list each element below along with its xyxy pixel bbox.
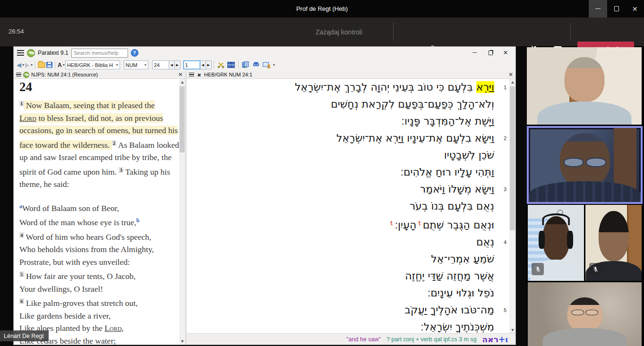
njps-text-line: Word of the man whose eye is true,b xyxy=(19,214,172,229)
parsing-status-bar: "and he saw" ? part conj + verb qal ipf.… xyxy=(187,333,515,345)
hebrew-text-line: שֹׁכֵן לִשְׁבָטָיו xyxy=(187,147,509,164)
text-segment: As Balaam looked xyxy=(116,140,179,150)
scroll-down-arrow[interactable] xyxy=(509,327,515,333)
paratext-restore-button[interactable] xyxy=(482,47,498,59)
njps-text-area: 24 1 Now Balaam, seeing that it pleased … xyxy=(14,79,179,345)
chapter-next-button[interactable]: ▶ xyxy=(175,60,180,69)
njps-text-line: theme, he said: xyxy=(19,178,172,191)
hebrew-text-line: נְאֻם בִּלְעָם בְּנוֹ בְעֹר xyxy=(187,198,509,215)
request-control-button[interactable]: Zażądaj kontroli xyxy=(316,28,362,36)
minimize-button[interactable] xyxy=(589,0,607,17)
pane-close-button[interactable]: ✕ xyxy=(178,71,183,78)
participant-video-2[interactable] xyxy=(527,126,643,204)
text-segment: theme, he said: xyxy=(19,179,69,189)
participant-silhouette xyxy=(598,211,628,261)
menu-search-input[interactable] xyxy=(71,49,128,58)
text-segment: Lord xyxy=(19,113,36,123)
pane-close-button[interactable]: ✕ xyxy=(508,71,513,78)
text-segment: to bless Israel, did not, as on previous xyxy=(36,113,163,123)
book-selector[interactable]: NUM▾ xyxy=(124,60,148,69)
text-segment: , xyxy=(121,323,123,333)
scroll-up-arrow[interactable] xyxy=(509,79,515,85)
scroll-up-arrow[interactable] xyxy=(179,79,185,85)
verse-number-gutter: 2 xyxy=(504,130,507,147)
hebrew-text-area: 1וַיַּרְא בִּלְעָם כִּי טוֹב בְּעֵינֵי י… xyxy=(187,79,509,333)
pane-menu-icon[interactable] xyxy=(16,73,21,77)
participant-silhouette xyxy=(564,57,604,102)
verse-next-button[interactable]: ▶ xyxy=(206,60,212,69)
paratext-menu-icon[interactable] xyxy=(17,50,24,56)
text-segment: 2 xyxy=(112,140,117,146)
participant-silhouette xyxy=(537,101,631,125)
text-segment: Now Balaam, seeing that it pleased the xyxy=(24,101,155,110)
scrollbar-thumb[interactable] xyxy=(180,86,185,152)
gloss-text: "and he saw" xyxy=(346,336,381,343)
text-segment: מַה־טֹּבוּ אֹהָלֶיךָ יַעֲקֹב xyxy=(404,304,494,316)
scissors-icon[interactable] xyxy=(217,61,224,68)
paratext-body: NJPS: NUM 24:1 (Resource) ✕ 24 1 Now Bal… xyxy=(14,71,515,345)
send-receive-icon[interactable] xyxy=(263,62,271,68)
hebrew-scrollbar[interactable] xyxy=(509,79,515,333)
close-icon: ✕ xyxy=(632,5,638,13)
text-segment: וַיִּשָּׂא מְשָׁלוֹ וַיֹּאמַר xyxy=(420,183,494,195)
window-title-bar: Prof de Regt (Heb) ✕ xyxy=(0,0,644,17)
minimize-icon xyxy=(472,52,477,53)
njps-text-line: Prostrate, but with eyes unveiled: xyxy=(19,256,172,269)
maximize-icon xyxy=(614,6,619,11)
njps-scrollbar[interactable] xyxy=(179,79,185,345)
hebrew-pane: א HEB/GRK NUM 24:1 ✕ 1וַיַּרְא בִּלְעָם … xyxy=(187,71,515,345)
participant-video-5[interactable] xyxy=(528,282,642,346)
participant-video-3[interactable] xyxy=(528,205,584,281)
verse-input[interactable]: 1 xyxy=(183,60,200,69)
hebrew-pane-header: א HEB/GRK NUM 24:1 ✕ xyxy=(187,71,515,79)
save-icon xyxy=(46,62,52,68)
table-icon[interactable] xyxy=(227,62,235,68)
paratext-title-bar: Paratext 9.1 ? ✕ xyxy=(14,47,515,59)
maximize-button[interactable] xyxy=(607,0,626,17)
paratext-minimize-button[interactable] xyxy=(466,47,482,59)
text-size-button[interactable]: A▾ xyxy=(58,62,65,68)
njps-text-line: face toward the wilderness. 2 As Balaam … xyxy=(19,137,172,152)
pane-menu-icon[interactable] xyxy=(189,73,194,77)
text-segment: Word of Balaam son of Beor, xyxy=(22,203,119,213)
verse-number-gutter: 3 xyxy=(504,181,507,198)
participant-video-1[interactable] xyxy=(527,47,642,125)
forward-button[interactable]: ▶▾ xyxy=(25,61,33,68)
paratext-app-title: Paratext 9.1 xyxy=(38,50,69,56)
project-selector[interactable]: HEB/GRK - Biblia H▾ xyxy=(65,60,120,69)
back-button[interactable]: ◀▾ xyxy=(17,61,24,68)
text-segment: אֲשֶׁר מַחֲזֵה שַׁדַּי יֶחֱזֶה xyxy=(405,270,494,282)
paratext-close-button[interactable]: ✕ xyxy=(498,47,514,59)
verse-number-gutter: 1 xyxy=(504,79,507,96)
open-project-button[interactable] xyxy=(38,62,45,68)
hebrew-pane-title: HEB/GRK NUM 24:1 xyxy=(204,72,252,77)
back-icon: ◀ xyxy=(17,61,21,68)
njps-text-line: aWord of Balaam son of Beor, xyxy=(19,200,172,215)
close-button[interactable]: ✕ xyxy=(626,0,644,17)
teams-meeting-window: { "teams": { "window_title": "Prof de Re… xyxy=(0,0,644,346)
njps-text-line: 6 Like palm-groves that stretch out, xyxy=(19,295,172,310)
participant-video-4[interactable] xyxy=(585,205,642,281)
verse-value: 1 xyxy=(185,62,188,68)
verse-previous-button[interactable]: ◀ xyxy=(200,60,206,69)
chapter-input[interactable]: 24 xyxy=(152,60,169,69)
scroll-down-arrow[interactable] xyxy=(179,338,185,345)
scrollbar-thumb[interactable] xyxy=(510,86,515,230)
toolbar-separator xyxy=(55,61,55,69)
headphones xyxy=(542,213,570,226)
text-segment: וַיָּשֶׁת אֶל־הַמִּדְבָּר פָּנָיו׃ xyxy=(401,115,494,127)
chapter-value: 24 xyxy=(154,62,160,68)
text-segment: 6 xyxy=(19,298,24,304)
chapter-previous-button[interactable]: ◀ xyxy=(169,60,175,69)
minimize-icon xyxy=(595,8,601,9)
sync-text-icon[interactable] xyxy=(242,61,249,68)
toolbar-overflow-caret[interactable]: ▾ xyxy=(273,63,275,67)
text-segment: 1 xyxy=(19,101,24,106)
save-button[interactable] xyxy=(46,62,52,68)
help-icon[interactable]: ? xyxy=(131,49,138,57)
text-segment: Your dwellings, O Israel! xyxy=(19,284,103,294)
project-selector-value: HEB/GRK - Biblia H xyxy=(67,62,113,68)
text-segment: Like gardens beside a river, xyxy=(19,311,111,321)
close-icon: ✕ xyxy=(503,49,508,56)
find-icon[interactable] xyxy=(252,62,260,68)
